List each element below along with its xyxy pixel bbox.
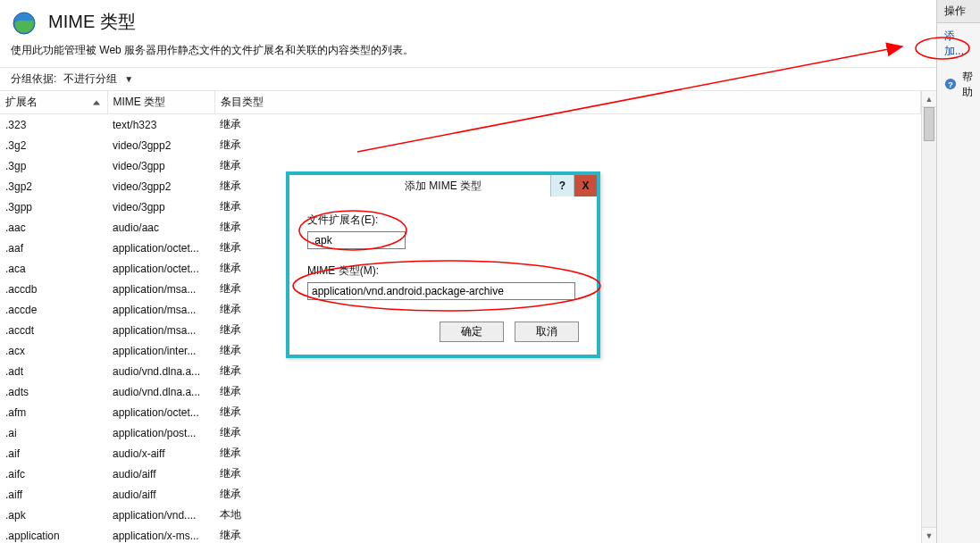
cell-mime: audio/x-aiff: [107, 443, 214, 464]
dialog-help-button[interactable]: ?: [550, 175, 574, 196]
actions-panel: 操作 添加... ? 帮助: [936, 0, 980, 543]
help-link-label: 帮助: [962, 70, 973, 100]
scroll-up-icon[interactable]: ▲: [922, 91, 936, 107]
cell-ext: .aac: [0, 217, 107, 238]
mime-type-icon: [11, 7, 39, 36]
cell-ext: .adt: [0, 361, 107, 381]
table-row[interactable]: .3g2video/3gpp2继承: [0, 135, 921, 155]
table-row[interactable]: .aiapplication/post...继承: [0, 422, 921, 443]
cell-mime: video/3gpp2: [107, 176, 214, 196]
col-extension[interactable]: 扩展名: [0, 91, 107, 114]
cell-entry: 继承: [214, 135, 921, 155]
cell-mime: audio/aac: [107, 217, 214, 238]
table-row[interactable]: .apkapplication/vnd....本地: [0, 505, 921, 525]
cell-mime: audio/vnd.dlna.a...: [107, 361, 214, 381]
cell-ext: .apk: [0, 505, 107, 525]
grouping-dropdown-icon[interactable]: ▼: [124, 74, 133, 84]
help-link[interactable]: ? 帮助: [937, 64, 980, 105]
cell-entry: 继承: [214, 422, 921, 443]
table-row[interactable]: .aifcaudio/aiff继承: [0, 464, 921, 484]
dialog-title: 添加 MIME 类型: [405, 179, 482, 194]
cell-mime: application/msa...: [107, 299, 214, 320]
table-row[interactable]: .aiffaudio/aiff继承: [0, 484, 921, 505]
mime-field-label: MIME 类型(M):: [307, 263, 579, 279]
cell-mime: application/octet...: [107, 238, 214, 258]
cell-ext: .ai: [0, 422, 107, 443]
cell-entry: 继承: [214, 114, 921, 136]
ext-input[interactable]: [307, 231, 406, 249]
page-title: MIME 类型: [48, 10, 136, 34]
cell-mime: audio/vnd.dlna.a...: [107, 381, 214, 402]
cell-entry: 继承: [214, 525, 921, 543]
cell-ext: .adts: [0, 381, 107, 402]
scroll-thumb[interactable]: [924, 107, 934, 141]
cell-entry: 继承: [214, 484, 921, 505]
cell-entry: 继承: [214, 464, 921, 484]
dialog-close-button[interactable]: X: [574, 175, 597, 196]
actions-header: 操作: [937, 0, 980, 23]
cell-mime: application/octet...: [107, 258, 214, 279]
cell-mime: video/3gpp2: [107, 135, 214, 155]
add-link[interactable]: 添加...: [937, 23, 980, 64]
cell-entry: 继承: [214, 443, 921, 464]
table-row[interactable]: .adtaudio/vnd.dlna.a...继承: [0, 361, 921, 381]
cell-mime: application/post...: [107, 422, 214, 443]
cell-entry: 本地: [214, 505, 921, 525]
cell-ext: .accde: [0, 299, 107, 320]
col-mime-type[interactable]: MIME 类型: [107, 91, 214, 114]
page-subtitle: 使用此功能管理被 Web 服务器用作静态文件的文件扩展名和关联的内容类型的列表。: [0, 39, 936, 67]
scroll-down-icon[interactable]: ▼: [922, 527, 936, 543]
cell-mime: application/vnd....: [107, 505, 214, 525]
cell-mime: application/x-ms...: [107, 525, 214, 543]
table-row[interactable]: .aifaudio/x-aiff继承: [0, 443, 921, 464]
table-row[interactable]: .applicationapplication/x-ms...继承: [0, 525, 921, 543]
cell-ext: .aif: [0, 443, 107, 464]
col-entry-type[interactable]: 条目类型: [214, 91, 921, 114]
cell-entry: 继承: [214, 402, 921, 422]
svg-text:?: ?: [948, 79, 953, 88]
ext-field-label: 文件扩展名(E):: [307, 213, 579, 228]
grouping-value[interactable]: 不进行分组: [63, 71, 117, 87]
add-link-label: 添加...: [944, 29, 973, 59]
cell-ext: .accdt: [0, 320, 107, 340]
table-row[interactable]: .adtsaudio/vnd.dlna.a...继承: [0, 381, 921, 402]
cell-ext: .aiff: [0, 484, 107, 505]
vertical-scrollbar[interactable]: ▲ ▼: [921, 91, 936, 543]
cell-ext: .aaf: [0, 238, 107, 258]
help-icon: ?: [944, 78, 957, 93]
scroll-track[interactable]: [922, 107, 936, 527]
cell-ext: .aifc: [0, 464, 107, 484]
cell-entry: 继承: [214, 381, 921, 402]
cell-mime: application/msa...: [107, 279, 214, 299]
cell-mime: audio/aiff: [107, 484, 214, 505]
cell-mime: audio/aiff: [107, 464, 214, 484]
cell-ext: .3gp: [0, 155, 107, 176]
cell-mime: video/3gpp: [107, 196, 214, 217]
cell-mime: video/3gpp: [107, 155, 214, 176]
cell-ext: .application: [0, 525, 107, 543]
cell-mime: application/octet...: [107, 402, 214, 422]
cell-ext: .afm: [0, 402, 107, 422]
cell-ext: .acx: [0, 340, 107, 361]
table-row[interactable]: .323text/h323继承: [0, 114, 921, 136]
cell-ext: .3g2: [0, 135, 107, 155]
table-row[interactable]: .afmapplication/octet...继承: [0, 402, 921, 422]
cell-ext: .aca: [0, 258, 107, 279]
cell-ext: .3gpp: [0, 196, 107, 217]
grouping-bar: 分组依据: 不进行分组 ▼: [0, 67, 936, 91]
cell-mime: application/inter...: [107, 340, 214, 361]
grouping-label: 分组依据:: [11, 71, 56, 87]
mime-input[interactable]: [307, 282, 575, 300]
cell-mime: application/msa...: [107, 320, 214, 340]
cancel-button[interactable]: 取消: [515, 322, 579, 342]
cell-entry: 继承: [214, 361, 921, 381]
cell-ext: .3gp2: [0, 176, 107, 196]
cell-ext: .accdb: [0, 279, 107, 299]
ok-button[interactable]: 确定: [440, 322, 504, 342]
add-mime-dialog: 添加 MIME 类型 ? X 文件扩展名(E): MIME 类型(M): 确定 …: [286, 171, 600, 358]
cell-ext: .323: [0, 114, 107, 136]
cell-mime: text/h323: [107, 114, 214, 136]
